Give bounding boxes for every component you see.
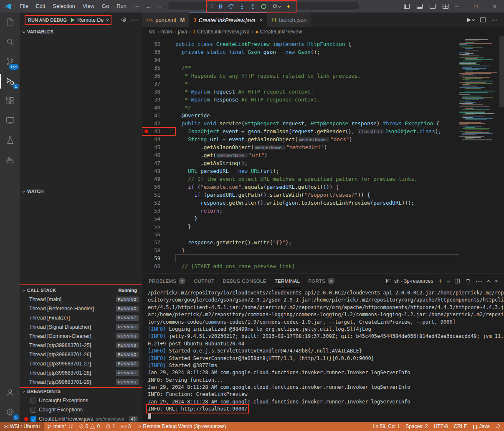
code-line[interactable]: 37 *	[142, 80, 459, 88]
code-line[interactable]: 41 @Override	[142, 112, 459, 119]
run-and-debug-icon[interactable]: 1	[0, 71, 20, 91]
minimize-button[interactable]: ─	[448, 0, 466, 13]
code-line[interactable]: 49 // If the event object URL matches a …	[142, 175, 459, 183]
new-terminal-icon[interactable]: +	[438, 278, 442, 284]
call-stack-thread[interactable]: Thread [main]RUNNING	[20, 295, 142, 304]
hot-code-replace-button[interactable]	[284, 2, 294, 11]
watch-header[interactable]: WATCH	[20, 187, 142, 196]
cursor-position[interactable]: Ln 59, Col 1	[370, 422, 403, 431]
code-line[interactable]: 40 */	[142, 104, 459, 112]
maximize-button[interactable]: □	[466, 0, 485, 13]
step-over-button[interactable]	[226, 2, 236, 11]
toolbar-drag-handle[interactable]: ⠿	[210, 4, 213, 9]
close-window-button[interactable]: ×	[485, 0, 504, 13]
source-control-icon[interactable]: 1K+	[0, 52, 20, 71]
ports-indicator[interactable]: 3	[118, 422, 134, 431]
gutter-line-59[interactable]: 59	[142, 254, 175, 262]
gutter-line-44[interactable]: 44	[142, 135, 175, 143]
code-line[interactable]: 54 }	[142, 215, 459, 223]
menu-selection[interactable]: Selection	[49, 0, 79, 13]
settings-gear-icon[interactable]: 1	[0, 402, 20, 422]
call-stack-thread[interactable]: Thread [Reference Handler]RUNNING	[20, 304, 142, 313]
gutter-line-32[interactable]: 32	[142, 40, 175, 48]
tab-launch.json[interactable]: {}launch.json	[267, 13, 311, 27]
variables-header[interactable]: VARIABLES	[20, 27, 142, 36]
code-line[interactable]: 52 response.getWriter().write(gson.toJso…	[142, 199, 459, 207]
gutter-line-49[interactable]: 49	[142, 175, 175, 183]
panel-tab-ports[interactable]: PORTS3	[308, 274, 334, 288]
panel-tab-terminal[interactable]: TERMINAL	[275, 274, 300, 288]
call-stack-thread[interactable]: Thread [qtp399683701-27]RUNNING	[20, 359, 142, 368]
split-editor-icon[interactable]	[480, 17, 486, 23]
gutter-line-50[interactable]: 50	[142, 183, 175, 191]
menu-go[interactable]: Go	[98, 0, 113, 13]
language-mode[interactable]: { } Java	[470, 422, 493, 431]
code-line[interactable]: 53 return;	[142, 207, 459, 215]
editor-scrollbar[interactable]	[499, 36, 504, 107]
debug-config-dropdown[interactable]: Remote De	[71, 17, 108, 23]
close-panel-icon[interactable]: ×	[495, 278, 498, 284]
menu-file[interactable]: File	[16, 0, 32, 13]
docker-icon[interactable]	[0, 150, 20, 170]
code-line[interactable]: 44 String url = event.getAsJsonObject(me…	[142, 135, 459, 143]
info-indicator[interactable]: 1	[103, 422, 118, 431]
breakpoint-checkbox[interactable]	[30, 407, 36, 413]
eol-setting[interactable]: CRLF	[451, 422, 470, 431]
code-line[interactable]: 35 /**	[142, 64, 459, 72]
code-line[interactable]: 50 if ("example.com".equals(parsedURL.ge…	[142, 183, 459, 191]
code-line[interactable]: 42 public void service(HttpRequest reque…	[142, 119, 459, 127]
breakpoints-header[interactable]: BREAKPOINTS	[20, 387, 142, 396]
branch-indicator[interactable]: main*	[44, 422, 76, 431]
call-stack-header[interactable]: CALL STACK Running	[20, 286, 142, 295]
terminal-selector[interactable]: sh - 3p-resources	[386, 278, 433, 284]
tab-pom.xml[interactable]: </>pom.xmlM	[142, 13, 189, 27]
nav-back-button[interactable]: ←	[143, 3, 154, 10]
gutter-line-40[interactable]: 40	[142, 104, 175, 112]
split-terminal-icon[interactable]	[454, 278, 460, 284]
problems-indicator[interactable]: 0 0	[76, 422, 103, 431]
editor-more-actions-icon[interactable]: ···	[491, 17, 498, 23]
menu-run[interactable]: Run	[113, 0, 130, 13]
gutter-line-47[interactable]: 47	[142, 159, 175, 167]
gutter-line-57[interactable]: 57	[142, 238, 175, 246]
gutter-line-56[interactable]: 56	[142, 231, 175, 238]
testing-icon[interactable]	[0, 130, 20, 150]
code-line[interactable]: 46 .get(memberName:"url")	[142, 151, 459, 159]
pause-button[interactable]	[215, 2, 225, 11]
breakpoint-item[interactable]: Uncaught Exceptions	[20, 396, 142, 405]
code-line[interactable]: 60 // [START add_ons_case_preview_link]	[142, 262, 459, 270]
gutter-line-60[interactable]: 60	[142, 262, 175, 270]
breakpoint-checkbox[interactable]	[30, 416, 36, 422]
indentation-setting[interactable]: Spaces: 2	[403, 422, 431, 431]
gutter-line-51[interactable]: 51	[142, 191, 175, 199]
breadcrumb-src[interactable]: src	[149, 29, 155, 35]
call-stack-thread[interactable]: Thread [Finalizer]RUNNING	[20, 313, 142, 322]
panel-tab-output[interactable]: OUTPUT	[194, 274, 214, 288]
code-line[interactable]: 58 }	[142, 246, 459, 254]
terminal-output[interactable]: /pierrick/.m2/repository/io/cloudevents/…	[142, 288, 504, 420]
breakpoint-item[interactable]: CreateLinkPreview.javasrc/main/java43	[20, 414, 142, 422]
code-line[interactable]: 47 .getAsString();	[142, 159, 459, 167]
gutter-line-33[interactable]: 33	[142, 48, 175, 56]
menu-view[interactable]: View	[79, 0, 98, 13]
disconnect-button[interactable]	[269, 2, 283, 11]
nav-forward-button[interactable]: →	[154, 3, 165, 10]
code-editor[interactable]: 32public class CreateLinkPreview impleme…	[142, 36, 504, 274]
code-line[interactable]: 59	[142, 254, 459, 262]
code-line[interactable]: 34	[142, 56, 459, 64]
gutter-line-58[interactable]: 58	[142, 246, 175, 254]
gutter-line-42[interactable]: 42	[142, 119, 175, 127]
panel-tab-problems[interactable]: PROBLEMS1	[149, 274, 185, 288]
remote-indicator[interactable]: >< WSL: Ubuntu	[0, 422, 44, 431]
debug-session-indicator[interactable]: Remote Debug Watch (3p-resources)	[134, 422, 229, 431]
code-line[interactable]: 55 }	[142, 223, 459, 231]
notifications-bell-icon[interactable]	[493, 422, 504, 431]
sidebar-more-actions-icon[interactable]: ···	[132, 17, 139, 23]
gutter-line-45[interactable]: 45	[142, 143, 175, 151]
gutter-line-48[interactable]: 48	[142, 167, 175, 175]
breakpoint-checkbox[interactable]	[30, 398, 36, 403]
gutter-line-38[interactable]: 38	[142, 88, 175, 96]
toggle-panel-icon[interactable]	[416, 3, 423, 10]
code-line[interactable]: 57 response.getWriter().write("{}");	[142, 238, 459, 246]
step-into-button[interactable]	[237, 2, 247, 11]
